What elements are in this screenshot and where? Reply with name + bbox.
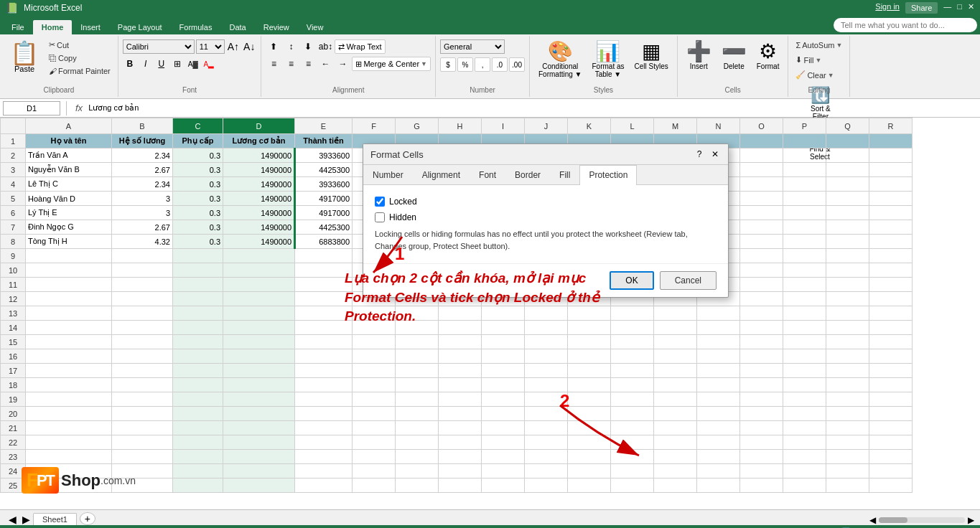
cell[interactable] — [740, 177, 783, 192]
cell[interactable] — [295, 421, 353, 435]
cell[interactable] — [697, 464, 740, 478]
cell[interactable]: Tòng Thị H — [26, 235, 112, 249]
tab-data[interactable]: Data — [220, 20, 254, 34]
cell[interactable] — [568, 364, 611, 378]
cell[interactable] — [869, 249, 913, 263]
cell[interactable] — [826, 478, 869, 493]
font-name-select[interactable]: Calibri — [123, 39, 195, 54]
cell[interactable] — [740, 235, 783, 249]
currency-button[interactable]: $ — [440, 57, 456, 72]
cell[interactable] — [783, 249, 826, 263]
cell[interactable] — [173, 249, 223, 263]
horizontal-scrollbar[interactable] — [879, 517, 965, 523]
cell[interactable] — [826, 421, 869, 435]
cell[interactable] — [26, 364, 112, 378]
cell[interactable] — [295, 335, 353, 349]
cell[interactable] — [869, 392, 913, 407]
cell[interactable] — [783, 292, 826, 306]
align-center-button[interactable]: ≡ — [283, 57, 299, 71]
cell[interactable] — [173, 464, 223, 478]
cell[interactable] — [223, 407, 295, 421]
cell[interactable] — [173, 306, 223, 321]
cell[interactable] — [173, 392, 223, 407]
cell[interactable] — [295, 435, 353, 450]
text-direction-button[interactable]: ab↕ — [317, 39, 333, 54]
cell[interactable] — [525, 421, 568, 435]
merge-center-button[interactable]: ⊞ Merge & Center ▼ — [352, 57, 431, 71]
dialog-cancel-button[interactable]: Cancel — [660, 271, 717, 290]
cell[interactable]: 0.3 — [173, 163, 223, 177]
cell[interactable] — [697, 407, 740, 421]
col-header-H[interactable]: H — [439, 118, 482, 134]
cell[interactable] — [223, 464, 295, 478]
cell[interactable] — [783, 392, 826, 407]
cell[interactable] — [869, 407, 913, 421]
cell[interactable] — [826, 392, 869, 407]
cell[interactable]: 0.3 — [173, 206, 223, 220]
cell[interactable]: 4425300 — [295, 220, 353, 235]
cell[interactable]: Hệ số lương — [112, 134, 173, 148]
cell[interactable] — [26, 407, 112, 421]
insert-button[interactable]: ➕ Insert — [682, 39, 716, 73]
cell[interactable] — [740, 206, 783, 220]
cell[interactable] — [740, 421, 783, 435]
cell[interactable]: 1490000 — [223, 220, 295, 235]
cell[interactable] — [826, 263, 869, 278]
align-top-button[interactable]: ⬆ — [266, 39, 281, 54]
cell[interactable] — [525, 335, 568, 349]
col-header-A[interactable]: A — [26, 118, 112, 134]
cell[interactable] — [26, 378, 112, 392]
cell[interactable] — [353, 335, 396, 349]
cell[interactable] — [482, 450, 525, 464]
col-header-C[interactable]: C — [173, 118, 223, 134]
cell[interactable] — [295, 392, 353, 407]
sign-in-link[interactable]: Sign in — [875, 2, 900, 14]
cell[interactable] — [482, 378, 525, 392]
cell[interactable]: Lương cơ bản — [223, 134, 295, 148]
cell-styles-button[interactable]: ▦ Cell Styles — [630, 39, 673, 73]
sheet-scroll-right[interactable]: ▶ — [968, 515, 974, 525]
cell[interactable] — [783, 435, 826, 450]
cell[interactable] — [826, 206, 869, 220]
cell[interactable]: 0.3 — [173, 192, 223, 206]
cell[interactable]: 1490000 — [223, 192, 295, 206]
name-box[interactable] — [3, 101, 60, 116]
cell[interactable] — [525, 450, 568, 464]
cell[interactable] — [223, 435, 295, 450]
cell[interactable] — [654, 364, 697, 378]
cell[interactable] — [740, 263, 783, 278]
dialog-tab-border[interactable]: Border — [505, 165, 550, 184]
cell[interactable] — [223, 478, 295, 493]
cell[interactable] — [26, 335, 112, 349]
cell[interactable]: 4917000 — [295, 206, 353, 220]
cell[interactable] — [223, 392, 295, 407]
cell[interactable]: Nguyễn Văn B — [26, 163, 112, 177]
cell[interactable]: Phụ cấp — [173, 134, 223, 148]
cell[interactable] — [439, 321, 482, 335]
cell[interactable] — [396, 478, 439, 493]
cell[interactable] — [396, 349, 439, 364]
increase-indent-button[interactable]: → — [335, 57, 350, 71]
cell[interactable]: Lý Thị E — [26, 206, 112, 220]
cell[interactable]: Họ và tên — [26, 134, 112, 148]
cell[interactable] — [783, 148, 826, 163]
cell[interactable] — [482, 364, 525, 378]
cell[interactable] — [568, 464, 611, 478]
cell[interactable] — [353, 378, 396, 392]
cell[interactable] — [223, 450, 295, 464]
tab-insert[interactable]: Insert — [72, 20, 109, 34]
cell[interactable] — [826, 177, 869, 192]
fill-button[interactable]: ⬇ Fill ▼ — [793, 54, 824, 66]
cell[interactable] — [697, 378, 740, 392]
cell[interactable] — [697, 478, 740, 493]
col-header-O[interactable]: O — [740, 118, 783, 134]
cell[interactable] — [353, 464, 396, 478]
conditional-formatting-button[interactable]: 🎨 ConditionalFormatting ▼ — [534, 39, 586, 81]
font-size-select[interactable]: 11 — [196, 39, 225, 54]
cell[interactable] — [654, 407, 697, 421]
cell[interactable]: Thành tiền — [295, 134, 353, 148]
cell[interactable] — [611, 407, 654, 421]
cell[interactable] — [740, 435, 783, 450]
cell[interactable] — [223, 278, 295, 292]
cell[interactable] — [783, 335, 826, 349]
